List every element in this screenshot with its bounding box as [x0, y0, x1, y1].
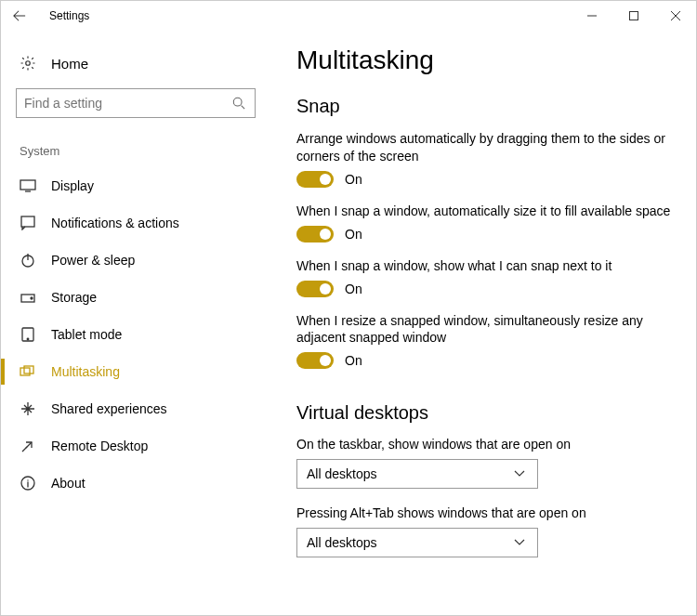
svg-rect-10 — [20, 368, 30, 375]
setting-snap-suggest: When I snap a window, show what I can sn… — [296, 257, 674, 297]
close-button[interactable] — [654, 1, 696, 31]
setting-snap-fill: When I snap a window, automatically size… — [296, 203, 674, 242]
svg-point-1 — [26, 61, 31, 66]
back-icon[interactable] — [8, 7, 31, 24]
svg-rect-0 — [629, 12, 638, 20]
tablet-icon — [20, 326, 36, 343]
chevron-down-icon — [511, 534, 528, 551]
shared-icon — [20, 400, 36, 417]
vd-taskbar-label: On the taskbar, show windows that are op… — [296, 437, 674, 452]
svg-point-9 — [27, 338, 29, 340]
sidebar-item-about[interactable]: About — [1, 465, 256, 502]
power-icon — [20, 252, 36, 269]
select-value: All desktops — [307, 466, 376, 481]
storage-icon — [20, 289, 36, 306]
page-title: Multitasking — [296, 46, 674, 75]
gear-icon — [20, 55, 36, 72]
setting-desc: When I resize a snapped window, simultan… — [296, 312, 674, 347]
sidebar-item-power[interactable]: Power & sleep — [1, 242, 256, 279]
setting-snap-resize: When I resize a snapped window, simultan… — [296, 312, 674, 370]
toggle-state: On — [345, 353, 362, 368]
svg-rect-4 — [21, 216, 34, 227]
sidebar-item-display[interactable]: Display — [1, 167, 256, 204]
toggle-switch[interactable] — [296, 352, 334, 369]
sidebar-item-storage[interactable]: Storage — [1, 279, 256, 316]
remote-icon — [20, 438, 36, 454]
sidebar-item-label: Remote Desktop — [51, 439, 148, 453]
notifications-icon — [20, 215, 36, 231]
svg-point-2 — [233, 98, 242, 106]
sidebar-item-tablet[interactable]: Tablet mode — [1, 316, 256, 353]
toggle-switch[interactable] — [296, 281, 334, 297]
sidebar-item-label: Tablet mode — [51, 327, 122, 342]
search-icon — [230, 95, 247, 111]
toggle-state: On — [345, 227, 362, 242]
section-vd-heading: Virtual desktops — [296, 402, 674, 424]
toggle-state: On — [345, 282, 362, 296]
multitasking-icon — [20, 363, 36, 380]
about-icon — [20, 475, 36, 491]
maximize-button[interactable] — [612, 1, 654, 31]
sidebar-item-label: Notifications & actions — [51, 216, 179, 230]
sidebar-item-label: Multitasking — [51, 364, 120, 379]
toggle-switch[interactable] — [296, 171, 334, 188]
vd-taskbar-select[interactable]: All desktops — [296, 459, 538, 489]
setting-snap-arrange: Arrange windows automatically by draggin… — [296, 130, 674, 188]
sidebar-item-label: About — [51, 476, 85, 491]
sidebar-group-header: System — [16, 144, 256, 158]
content: Multitasking Snap Arrange windows automa… — [270, 31, 696, 616]
sidebar-item-label: Storage — [51, 290, 97, 305]
select-value: All desktops — [307, 535, 376, 550]
svg-point-7 — [31, 297, 33, 299]
search-field[interactable] — [24, 96, 230, 111]
sidebar-item-label: Power & sleep — [51, 253, 135, 268]
sidebar-item-shared[interactable]: Shared experiences — [1, 390, 256, 427]
titlebar: Settings — [1, 1, 696, 31]
minimize-button[interactable] — [571, 1, 612, 31]
sidebar-item-label: Display — [51, 178, 94, 193]
vd-alttab-label: Pressing Alt+Tab shows windows that are … — [296, 505, 674, 520]
sidebar-home[interactable]: Home — [16, 49, 256, 88]
svg-rect-3 — [20, 180, 35, 190]
setting-desc: When I snap a window, show what I can sn… — [296, 257, 674, 275]
window-title: Settings — [49, 9, 89, 22]
sidebar-item-remote[interactable]: Remote Desktop — [1, 427, 256, 465]
svg-rect-11 — [24, 366, 33, 374]
sidebar-item-label: Shared experiences — [51, 401, 167, 416]
setting-desc: When I snap a window, automatically size… — [296, 203, 674, 220]
sidebar-item-notifications[interactable]: Notifications & actions — [1, 204, 256, 242]
toggle-switch[interactable] — [296, 226, 334, 242]
sidebar: Home System Display Notifications & acti… — [1, 31, 270, 616]
chevron-down-icon — [511, 465, 528, 482]
toggle-state: On — [345, 172, 362, 187]
sidebar-item-multitasking[interactable]: Multitasking — [1, 353, 256, 390]
setting-desc: Arrange windows automatically by draggin… — [296, 130, 674, 165]
section-snap-heading: Snap — [296, 96, 674, 117]
vd-alttab-select[interactable]: All desktops — [296, 528, 538, 557]
search-input[interactable] — [16, 88, 256, 118]
display-icon — [20, 177, 36, 194]
sidebar-home-label: Home — [51, 56, 88, 72]
